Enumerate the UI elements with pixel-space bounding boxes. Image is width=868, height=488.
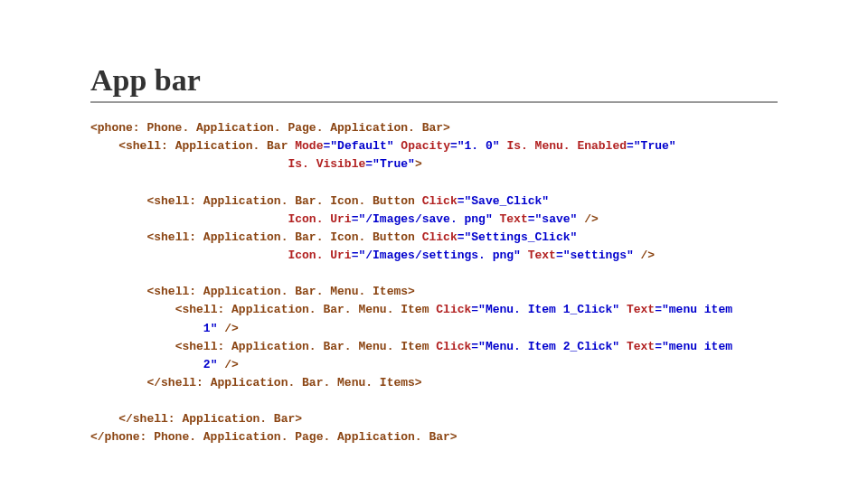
xml-tag: > bbox=[415, 157, 422, 171]
xml-val: "settings" bbox=[563, 249, 634, 262]
eq: = bbox=[556, 249, 563, 262]
xml-tag: <shell: Application. Bar. Icon. Button bbox=[146, 194, 421, 208]
xml-tag: <shell: Application. Bar bbox=[118, 139, 295, 153]
xml-attr: Icon. Uri bbox=[288, 249, 351, 262]
xml-val: item bbox=[704, 340, 732, 353]
eq: = bbox=[450, 139, 458, 153]
xml-attr: Click bbox=[422, 230, 458, 244]
xml-val: "True" bbox=[634, 139, 676, 153]
xml-val: "save" bbox=[535, 212, 578, 226]
eq: = bbox=[471, 340, 478, 353]
eq: = bbox=[365, 157, 373, 171]
xml-attr: Icon. Uri bbox=[288, 212, 351, 226]
slide: App bar <phone: Phone. Application. Page… bbox=[0, 0, 868, 447]
xml-tag: /> bbox=[577, 212, 598, 226]
xml-attr: Click bbox=[436, 303, 471, 316]
xml-tag: <phone: Phone. Application. Page. Applic… bbox=[90, 121, 450, 135]
xml-attr: Is. Visible bbox=[288, 157, 365, 171]
xml-attr: Text bbox=[627, 340, 655, 353]
eq: = bbox=[471, 303, 478, 316]
eq: = bbox=[458, 194, 465, 208]
xml-val: item bbox=[704, 303, 732, 316]
xml-tag: </shell: Application. Bar> bbox=[118, 412, 302, 426]
page-title: App bar bbox=[90, 63, 778, 103]
xml-val: "menu bbox=[662, 340, 697, 353]
xml-tag: <shell: Application. Bar. Menu. Item bbox=[175, 303, 437, 316]
xml-attr: Is. Menu. Enabled bbox=[506, 139, 627, 153]
xml-tag: <shell: Application. Bar. Menu. Items> bbox=[146, 285, 414, 298]
xml-tag: <shell: Application. Bar. Menu. Item bbox=[175, 340, 437, 353]
eq: = bbox=[655, 340, 662, 353]
xml-attr: Text bbox=[500, 212, 528, 226]
xml-tag: <shell: Application. Bar. Icon. Button bbox=[146, 230, 421, 244]
xml-val: "Menu. Item 2_Click" bbox=[478, 340, 619, 353]
xml-val: "menu bbox=[662, 303, 697, 316]
code-block: <phone: Phone. Application. Page. Applic… bbox=[90, 119, 778, 447]
eq: = bbox=[627, 139, 634, 153]
xml-val: "Save_Click" bbox=[465, 194, 550, 208]
xml-val: "True" bbox=[373, 157, 415, 171]
xml-attr: Opacity bbox=[401, 139, 450, 153]
xml-tag: </shell: Application. Bar. Menu. Items> bbox=[146, 376, 421, 389]
xml-attr: Text bbox=[528, 249, 556, 262]
xml-tag: /> bbox=[634, 249, 655, 262]
xml-val: "Settings_Click" bbox=[465, 230, 578, 244]
xml-val: 1" bbox=[203, 322, 218, 335]
xml-attr: Text bbox=[627, 303, 655, 316]
eq: = bbox=[528, 212, 535, 226]
xml-val: "Default" bbox=[330, 139, 393, 153]
xml-attr: Click bbox=[436, 340, 471, 353]
xml-val: "/Images/settings. png" bbox=[358, 249, 520, 262]
xml-tag: /> bbox=[217, 322, 238, 335]
xml-val: 2" bbox=[203, 358, 218, 371]
xml-attr: Click bbox=[422, 194, 458, 208]
xml-tag: </phone: Phone. Application. Page. Appli… bbox=[90, 430, 458, 444]
xml-val: "Menu. Item 1_Click" bbox=[478, 303, 619, 316]
xml-val: "1. 0" bbox=[458, 139, 500, 153]
xml-tag: /> bbox=[217, 358, 238, 371]
xml-val: "/Images/save. png" bbox=[358, 212, 492, 226]
xml-attr: Mode bbox=[295, 139, 323, 153]
eq: = bbox=[655, 303, 662, 316]
eq: = bbox=[458, 230, 465, 244]
